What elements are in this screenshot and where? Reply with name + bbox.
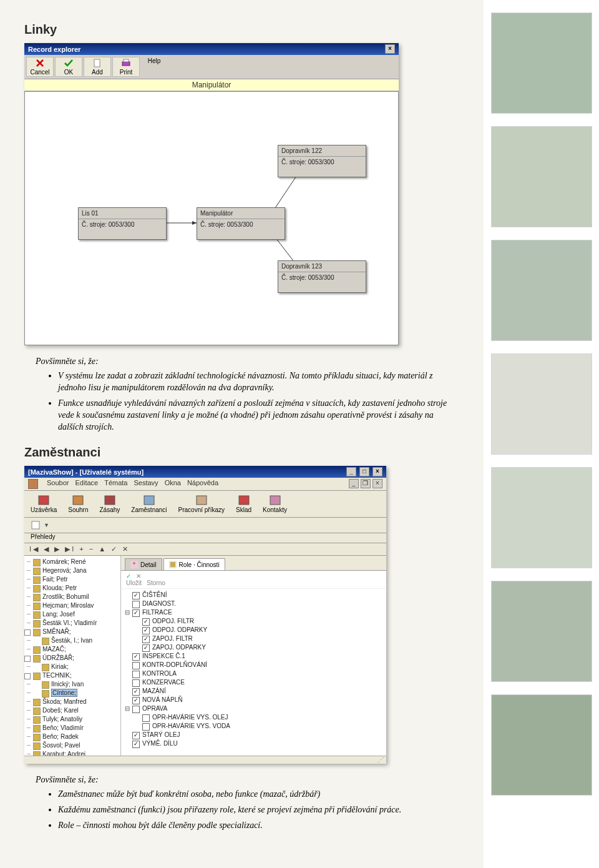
role-row[interactable]: ✓ČIŠTĚNÍ: [125, 591, 382, 599]
role-row[interactable]: OPR-HAVÁRIE VYS. VODA: [125, 722, 382, 731]
toolbar-zásahy[interactable]: Zásahy: [100, 495, 120, 513]
role-row[interactable]: ✓INSPEKCE Č.1: [125, 652, 382, 661]
checkbox[interactable]: [142, 714, 150, 722]
toolbar-sklad[interactable]: Sklad: [236, 495, 251, 513]
checkbox[interactable]: [142, 723, 150, 731]
toolbar-pracovní příkazy[interactable]: Pracovní příkazy: [178, 495, 225, 513]
ok-button[interactable]: OK: [55, 57, 82, 77]
checkbox[interactable]: ✓: [142, 627, 150, 634]
role-row[interactable]: ✓NOVÁ NÁPLŇ: [125, 696, 382, 704]
role-row[interactable]: KONTR-DOPLŇOVÁNÍ: [125, 661, 382, 669]
employee-row[interactable]: Tulyk; Anatoliy: [26, 715, 119, 724]
menu-item[interactable]: Nápověda: [187, 479, 218, 486]
employee-row[interactable]: Beňo; Vladimír: [26, 724, 119, 732]
employee-row[interactable]: Zrostlík; Bohumil: [26, 593, 119, 601]
close-icon[interactable]: ×: [373, 479, 382, 488]
role-row[interactable]: ✓STARÝ OLEJ: [125, 731, 382, 739]
role-row[interactable]: ✓VÝMĚ. DÍLU: [125, 739, 382, 748]
tab-role[interactable]: Role · Činnosti: [163, 558, 225, 570]
checkbox[interactable]: [132, 679, 140, 687]
role-row[interactable]: ✓ODPOJ. FILTR: [125, 617, 382, 626]
checkbox[interactable]: ✓: [132, 653, 140, 661]
menu-item[interactable]: Soubor: [47, 479, 69, 486]
employee-row[interactable]: Komárek; René: [26, 558, 119, 566]
node-lis[interactable]: Lis 01 Č. stroje: 0053/300: [78, 207, 167, 240]
toolbar-uzávěrka[interactable]: Uzávěrka: [31, 495, 57, 513]
toolbar-label: Souhrn: [68, 506, 88, 513]
employee-row[interactable]: Šesták, I.; Ivan: [26, 636, 119, 645]
menu-item[interactable]: Editace: [75, 479, 98, 486]
employee-row[interactable]: Šesták Vl.; Vladimír: [26, 619, 119, 628]
toolbar-zaměstnanci[interactable]: Zaměstnanci: [131, 495, 167, 513]
checkbox[interactable]: ✓: [142, 618, 150, 626]
role-row[interactable]: ✓FILTRACE: [125, 608, 382, 617]
diagram-canvas[interactable]: Lis 01 Č. stroje: 0053/300 Manipulátor Č…: [24, 91, 399, 345]
employee-row[interactable]: Dobeš; Karel: [26, 706, 119, 715]
checkbox[interactable]: [132, 706, 140, 713]
add-button[interactable]: Add: [84, 57, 111, 77]
help-button[interactable]: Help: [141, 57, 167, 77]
node-subtitle: Č. stroje: 0053/300: [278, 272, 366, 292]
role-row[interactable]: KONTROLA: [125, 669, 382, 678]
role-row[interactable]: ✓ZAPOJ. ODPARKY: [125, 643, 382, 652]
role-row[interactable]: ✓MAZÁNÍ: [125, 687, 382, 696]
minimize-icon[interactable]: _: [346, 467, 356, 476]
toolbar-souhrn[interactable]: Souhrn: [68, 495, 88, 513]
checkbox[interactable]: ✓: [132, 609, 140, 617]
employee-row[interactable]: MAZAČ;: [26, 645, 119, 654]
employee-row[interactable]: Beňo; Radek: [26, 732, 119, 741]
role-row[interactable]: ✓ZAPOJ. FILTR: [125, 634, 382, 643]
checkbox[interactable]: ✓: [132, 697, 140, 704]
employee-row[interactable]: Hejcman; Miroslav: [26, 601, 119, 610]
resize-grip[interactable]: ⋰: [24, 756, 386, 764]
tab-detail[interactable]: Detail: [125, 558, 162, 570]
employee-row[interactable]: Klouda; Petr: [26, 584, 119, 593]
close-icon[interactable]: ×: [373, 467, 382, 476]
restore-icon[interactable]: ❐: [361, 479, 371, 488]
node-manipulator[interactable]: Manipulátor Č. stroje: 0053/300: [197, 207, 285, 240]
employee-tree[interactable]: Komárek; RenéHegerová; JanaFait; PetrKlo…: [24, 556, 121, 756]
role-row[interactable]: OPRAVA: [125, 704, 382, 713]
role-row[interactable]: DIAGNOST.: [125, 599, 382, 608]
checkbox[interactable]: [132, 671, 140, 678]
employee-row[interactable]: Karabut; Andrej: [26, 750, 119, 756]
employee-row[interactable]: Škoda; Manfred: [26, 698, 119, 706]
print-button[interactable]: Print: [112, 57, 140, 77]
apply-icon[interactable]: ✓: [126, 573, 131, 579]
employee-row[interactable]: SMĚNAŘ;: [26, 628, 119, 636]
checkbox[interactable]: ✓: [132, 732, 140, 739]
checkbox[interactable]: ✓: [132, 688, 140, 696]
cancel-button[interactable]: Cancel: [26, 57, 54, 77]
report-icon[interactable]: [31, 520, 41, 530]
employee-row[interactable]: Šosvol; Pavel: [26, 741, 119, 750]
close-icon[interactable]: ×: [385, 44, 395, 54]
menu-item[interactable]: Sestavy: [134, 479, 158, 486]
checkbox[interactable]: [132, 662, 140, 669]
employee-row[interactable]: Lang; Josef: [26, 610, 119, 619]
role-row[interactable]: KONZERVACE: [125, 678, 382, 687]
cancel-icon[interactable]: ✕: [136, 573, 141, 579]
employee-row[interactable]: TECHNIK;: [26, 671, 119, 680]
employee-row[interactable]: Cíntone;: [26, 689, 119, 698]
role-row[interactable]: ✓ODPOJ. ODPARKY: [125, 626, 382, 634]
checkbox[interactable]: ✓: [132, 592, 140, 599]
role-row[interactable]: OPR-HAVÁRIE VYS. OLEJ: [125, 713, 382, 722]
menu-item[interactable]: Okna: [165, 479, 181, 486]
employee-row[interactable]: Kiriak;: [26, 663, 119, 671]
toolbar-kontakty[interactable]: Kontakty: [263, 495, 287, 513]
employee-row[interactable]: Ilnický; Ivan: [26, 680, 119, 689]
record-navigator[interactable]: I◀ ◀ ▶ ▶I + − ▲ ✓ ✕: [24, 543, 386, 556]
node-dopravnik-123[interactable]: Dopravník 123 Č. stroje: 0053/300: [278, 260, 366, 293]
menu-item[interactable]: Témata: [104, 479, 127, 486]
employee-row[interactable]: Hegerová; Jana: [26, 566, 119, 575]
role-checklist[interactable]: ✓ČIŠTĚNÍDIAGNOST.✓FILTRACE✓ODPOJ. FILTR✓…: [121, 589, 386, 750]
checkbox[interactable]: ✓: [142, 636, 150, 643]
maximize-icon[interactable]: □: [359, 467, 369, 476]
checkbox[interactable]: [132, 601, 140, 608]
employee-row[interactable]: ÚDRŽBÁŘ;: [26, 654, 119, 663]
checkbox[interactable]: ✓: [142, 644, 150, 652]
employee-row[interactable]: Fait; Petr: [26, 575, 119, 584]
checkbox[interactable]: ✓: [132, 741, 140, 748]
node-dopravnik-122[interactable]: Dopravník 122 Č. stroje: 0053/300: [278, 145, 366, 177]
minimize-icon[interactable]: _: [349, 479, 359, 488]
